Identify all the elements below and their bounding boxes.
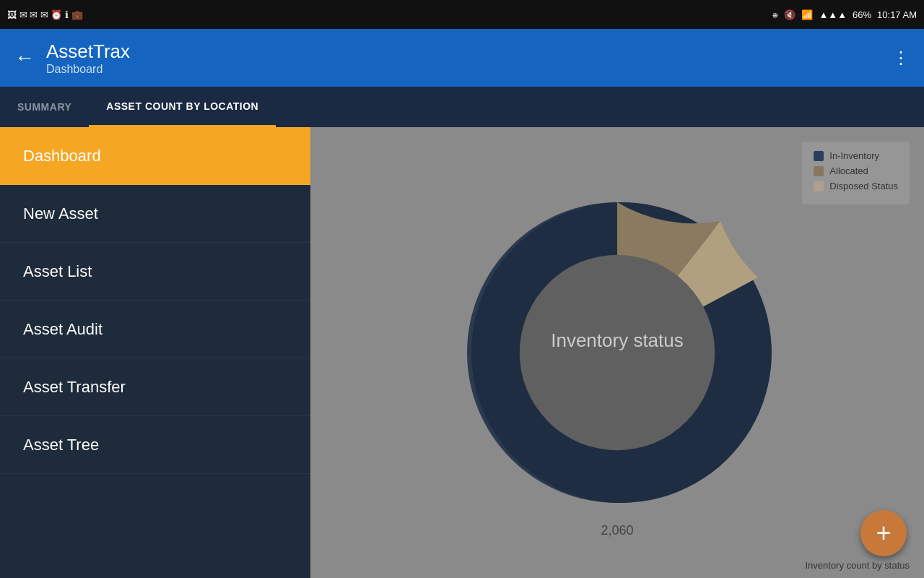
mute-icon: 🔇 xyxy=(784,9,796,20)
legend-item-allocated: Allocated xyxy=(814,165,898,176)
back-button[interactable]: ← xyxy=(14,46,35,69)
chart-legend: In-Inventory Allocated Disposed Status xyxy=(802,142,910,204)
legend-label-allocated: Allocated xyxy=(829,165,868,176)
legend-color-disposed xyxy=(814,181,824,191)
sidebar-item-dashboard[interactable]: Dashboard xyxy=(0,127,310,185)
donut-svg: Inventory status xyxy=(430,165,805,540)
main-layout: Dashboard New Asset Asset List Asset Aud… xyxy=(0,127,924,578)
battery-percent: 66% xyxy=(853,9,871,20)
legend-label-disposed: Disposed Status xyxy=(829,181,898,191)
notification-icons: 🖼 ✉ ✉ ✉ ⏰ ℹ 💼 xyxy=(7,9,83,20)
legend-color-allocated xyxy=(814,166,824,176)
fab-plus-icon: + xyxy=(876,520,891,546)
app-title: AssetTrax xyxy=(46,40,892,63)
app-bar: ← AssetTrax Dashboard ⋮ xyxy=(0,29,924,87)
sidebar-item-asset-list[interactable]: Asset List xyxy=(0,243,310,301)
tab-bar: SUMMARY ASSET COUNT BY LOCATION xyxy=(0,87,924,127)
tab-asset-count-by-location[interactable]: ASSET COUNT BY LOCATION xyxy=(89,87,276,127)
fab-add-button[interactable]: + xyxy=(860,510,907,556)
signal-icon: ▲▲▲ xyxy=(819,9,847,20)
status-bar: 🖼 ✉ ✉ ✉ ⏰ ℹ 💼 ⎈ 🔇 📶 ▲▲▲ 66% 10:17 AM xyxy=(0,0,924,29)
svg-point-1 xyxy=(520,255,715,450)
app-bar-titles: AssetTrax Dashboard xyxy=(46,40,892,76)
bluetooth-icon: ⎈ xyxy=(772,9,778,20)
chart-value-label: 2,060 xyxy=(601,523,633,538)
status-bar-left: 🖼 ✉ ✉ ✉ ⏰ ℹ 💼 xyxy=(7,9,83,20)
sidebar-item-asset-tree[interactable]: Asset Tree xyxy=(0,416,310,474)
content-area: Inventory status 2,060 In-Inventory Allo… xyxy=(310,127,924,578)
status-bar-right: ⎈ 🔇 📶 ▲▲▲ 66% 10:17 AM xyxy=(772,9,917,20)
legend-color-in-inventory xyxy=(814,151,824,161)
time-display: 10:17 AM xyxy=(877,9,917,20)
sidebar-item-asset-audit[interactable]: Asset Audit xyxy=(0,301,310,358)
svg-text:Inventory status: Inventory status xyxy=(551,329,684,351)
sidebar-item-asset-transfer[interactable]: Asset Transfer xyxy=(0,358,310,416)
app-subtitle: Dashboard xyxy=(46,63,892,76)
chart-bottom-label: Inventory count by status xyxy=(805,560,910,571)
overflow-menu-button[interactable]: ⋮ xyxy=(892,48,910,68)
sidebar-item-new-asset[interactable]: New Asset xyxy=(0,185,310,243)
legend-label-in-inventory: In-Inventory xyxy=(829,150,879,161)
sidebar: Dashboard New Asset Asset List Asset Aud… xyxy=(0,127,310,578)
donut-chart: Inventory status xyxy=(430,165,805,540)
tab-summary[interactable]: SUMMARY xyxy=(0,87,89,127)
wifi-icon: 📶 xyxy=(801,9,813,20)
legend-item-in-inventory: In-Inventory xyxy=(814,150,898,161)
legend-item-disposed: Disposed Status xyxy=(814,181,898,191)
